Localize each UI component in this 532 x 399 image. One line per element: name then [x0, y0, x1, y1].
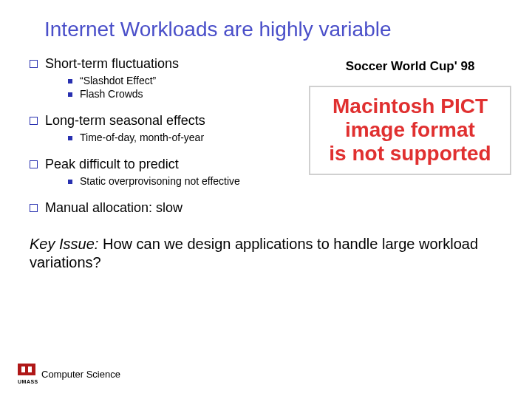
bullet-l2: Flash Crowds [68, 88, 303, 100]
bullet-block: Manual allocation: slow [30, 200, 303, 216]
bullet-l2: Static overprovisoning not effective [68, 175, 303, 187]
bullet-l1-text: Short-term fluctuations [45, 56, 179, 72]
right-column: Soccer World Cup' 98 Macintosh PICT imag… [303, 56, 517, 229]
umass-logo-icon: UMASS [18, 364, 35, 384]
bullet-column: Short-term fluctuations “Slashdot Effect… [30, 56, 303, 229]
chart-caption: Soccer World Cup' 98 [303, 59, 517, 74]
hollow-square-icon [30, 60, 38, 68]
bullet-l1: Short-term fluctuations [30, 56, 303, 72]
placeholder-line: Macintosh PICT [315, 95, 505, 118]
bullet-l1-text: Manual allocation: slow [45, 200, 183, 216]
solid-square-icon [68, 79, 72, 83]
slide-footer: UMASS Computer Science [18, 364, 120, 384]
solid-square-icon [68, 92, 72, 97]
bullet-l1: Long-term seasonal effects [30, 113, 303, 129]
footer-dept: Computer Science [41, 369, 120, 380]
bullet-l2-text: Flash Crowds [80, 88, 143, 100]
bullet-block: Long-term seasonal effects Time-of-day, … [30, 113, 303, 143]
bullet-block: Short-term fluctuations “Slashdot Effect… [30, 56, 303, 100]
bullet-l2-text: Time-of-day, month-of-year [80, 132, 204, 143]
bullet-l1-text: Long-term seasonal effects [45, 113, 205, 129]
solid-square-icon [68, 136, 72, 140]
bullet-block: Peak difficult to predict Static overpro… [30, 157, 303, 187]
placeholder-line: is not supported [315, 142, 505, 166]
hollow-square-icon [30, 204, 38, 212]
bullet-l2: Time-of-day, month-of-year [68, 132, 303, 143]
content-row: Short-term fluctuations “Slashdot Effect… [0, 41, 532, 229]
placeholder-line: image format [315, 118, 505, 142]
hollow-square-icon [30, 160, 38, 168]
bullet-l2-text: Static overprovisoning not effective [80, 175, 240, 187]
bullet-l1: Peak difficult to predict [30, 157, 303, 172]
bullet-l1-text: Peak difficult to predict [45, 157, 179, 172]
slide-title: Internet Workloads are highly variable [0, 0, 532, 41]
key-issue-label: Key Issue: [30, 236, 98, 252]
missing-image-placeholder: Macintosh PICT image format is not suppo… [309, 86, 511, 175]
solid-square-icon [68, 180, 72, 184]
logo-short-text: UMASS [18, 379, 38, 384]
bullet-l2: “Slashdot Effect” [68, 75, 303, 86]
bullet-l2-text: “Slashdot Effect” [80, 75, 156, 86]
hollow-square-icon [30, 117, 38, 125]
key-issue: Key Issue: How can we design application… [0, 229, 532, 272]
bullet-l1: Manual allocation: slow [30, 200, 303, 216]
